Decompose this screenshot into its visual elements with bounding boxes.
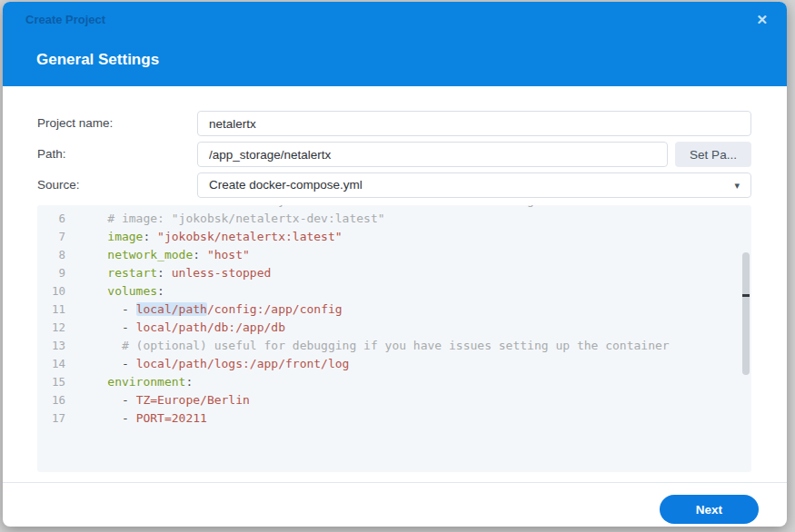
code-line[interactable]: 15 environment: xyxy=(37,373,751,391)
code-line[interactable]: 11 - local/path/config:/app/config xyxy=(37,300,751,319)
line-number: 9 xyxy=(37,264,79,282)
line-number: 11 xyxy=(37,300,79,319)
code-text: restart: unless-stopped xyxy=(79,264,271,282)
code-line[interactable]: 14 - local/path/logs:/app/front/log xyxy=(37,355,751,373)
code-text: - PORT=20211 xyxy=(79,409,207,428)
line-number: 12 xyxy=(37,319,79,337)
code-text: network_mode: "host" xyxy=(79,246,250,264)
path-input[interactable] xyxy=(197,142,668,167)
line-number: 13 xyxy=(37,337,79,355)
line-number: 15 xyxy=(37,373,79,391)
code-text: # image: "jokobsk/netalertx-dev:latest" xyxy=(79,210,385,228)
line-number: 17 xyxy=(37,409,79,428)
code-text: - TZ=Europe/Berlin xyxy=(79,391,250,409)
project-name-label: Project name: xyxy=(37,111,113,136)
line-number: 10 xyxy=(37,282,79,300)
page-title: General Settings xyxy=(36,51,159,69)
set-path-button[interactable]: Set Pa... xyxy=(675,142,751,167)
code-text: image: "jokobsk/netalertx:latest" xyxy=(79,228,343,246)
source-select-value: Create docker-compose.yml xyxy=(209,178,363,192)
dialog-header: Create Project ✕ General Settings xyxy=(3,2,787,86)
project-name-input[interactable] xyxy=(197,111,751,136)
code-line[interactable]: 7 image: "jokobsk/netalertx:latest" xyxy=(37,228,751,246)
code-lines: 5 # use the below line if you want to te… xyxy=(37,205,751,428)
close-icon[interactable]: ✕ xyxy=(756,12,768,28)
create-project-dialog: Create Project ✕ General Settings Projec… xyxy=(3,2,787,527)
code-text: - local/path/config:/app/config xyxy=(79,300,343,319)
next-button[interactable]: Next xyxy=(660,495,759,524)
code-text: # (optional) useful for debugging if you… xyxy=(79,337,670,355)
dialog-title: Create Project xyxy=(25,13,105,26)
code-line[interactable]: 13 # (optional) useful for debugging if … xyxy=(37,337,751,355)
compose-yaml-editor[interactable]: 5 # use the below line if you want to te… xyxy=(37,205,751,472)
code-line[interactable]: 12 - local/path/db:/app/db xyxy=(37,319,751,337)
line-number: 7 xyxy=(37,228,79,246)
code-line[interactable]: 6 # image: "jokobsk/netalertx-dev:latest… xyxy=(37,210,751,228)
code-text: environment: xyxy=(79,373,193,391)
code-line[interactable]: 17 - PORT=20211 xyxy=(37,409,751,428)
code-line[interactable]: 8 network_mode: "host" xyxy=(37,246,751,264)
editor-scrollbar-thumb[interactable] xyxy=(742,252,750,375)
source-label: Source: xyxy=(37,172,80,198)
code-text: - local/path/db:/app/db xyxy=(79,319,285,337)
code-text: - local/path/logs:/app/front/log xyxy=(79,355,349,373)
line-number: 8 xyxy=(37,246,79,264)
code-line[interactable]: 9 restart: unless-stopped xyxy=(37,264,751,282)
code-text: volumes: xyxy=(79,282,164,300)
line-number: 14 xyxy=(37,355,79,373)
source-select[interactable]: Create docker-compose.yml ▾ xyxy=(197,172,751,198)
line-number: 16 xyxy=(37,391,79,409)
scrollbar-cursor-mark xyxy=(742,294,750,297)
code-line[interactable]: 10 volumes: xyxy=(37,282,751,300)
code-line[interactable]: 16 - TZ=Europe/Berlin xyxy=(37,391,751,409)
footer-divider xyxy=(3,482,787,483)
line-number: 6 xyxy=(37,210,79,228)
chevron-down-icon: ▾ xyxy=(734,173,740,197)
path-label: Path: xyxy=(37,142,66,167)
